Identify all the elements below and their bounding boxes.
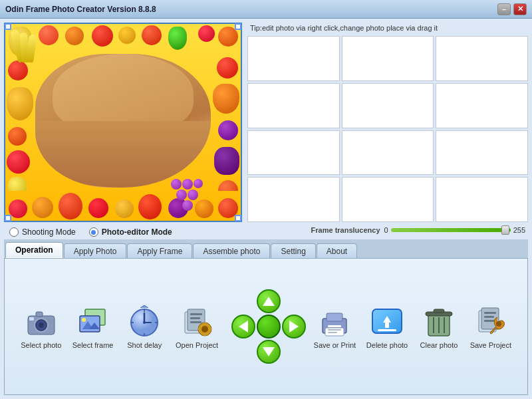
grape-decoration <box>168 179 207 215</box>
save-project-label: Save Project <box>470 341 511 349</box>
grid-cell-7[interactable] <box>247 130 340 176</box>
title-bar: Odin Frame Photo Creator Version 8.8.8 –… <box>0 0 532 19</box>
shot-delay-item[interactable]: Shot delay <box>121 301 168 352</box>
arrow-left-button[interactable] <box>231 315 255 338</box>
save-print-label: Save or Print <box>314 341 356 349</box>
arrow-right-icon <box>289 321 299 332</box>
translucency-slider[interactable] <box>391 228 511 232</box>
arrow-empty-2 <box>282 289 306 313</box>
svg-rect-4 <box>36 312 43 317</box>
top-section: Shooting Mode Photo-editor Mode Tip:edit… <box>4 23 528 235</box>
fruit-frame <box>5 24 241 221</box>
svg-rect-28 <box>198 328 201 331</box>
shot-delay-icon <box>127 304 162 338</box>
grid-cell-4[interactable] <box>247 83 340 128</box>
save-print-item[interactable]: Save or Print <box>311 301 359 352</box>
slider-min: 0 <box>384 226 388 234</box>
svg-point-14 <box>143 321 146 324</box>
svg-rect-5 <box>29 317 34 321</box>
grid-cell-10[interactable] <box>247 177 340 222</box>
svg-rect-48 <box>484 312 496 314</box>
arrow-right-button[interactable] <box>282 315 306 338</box>
svg-point-51 <box>496 321 501 327</box>
handle-tl[interactable] <box>5 23 11 30</box>
translucency-row: Frame translucency 0 255 <box>247 225 528 235</box>
slider-max: 255 <box>513 226 525 234</box>
select-frame-label: Select frame <box>72 341 114 349</box>
photo-canvas[interactable] <box>4 23 242 222</box>
grid-cell-8[interactable] <box>342 130 434 176</box>
svg-rect-21 <box>190 313 202 315</box>
arrow-empty-3 <box>231 340 255 364</box>
main-container: Shooting Mode Photo-editor Mode Tip:edit… <box>0 19 532 399</box>
save-print-icon <box>317 304 352 338</box>
svg-rect-27 <box>203 333 206 336</box>
banana-decoration <box>11 29 37 66</box>
face-area <box>35 54 211 188</box>
delete-photo-icon <box>370 304 404 338</box>
open-project-label: Open Project <box>176 341 218 349</box>
window-controls: – ✕ <box>497 3 527 15</box>
svg-rect-34 <box>328 332 337 333</box>
arrow-up-icon <box>263 297 275 306</box>
tab-apply-photo[interactable]: Apply Photo <box>64 243 127 258</box>
select-photo-item[interactable]: Select photo <box>18 301 65 352</box>
shooting-mode-option[interactable]: Shooting Mode <box>9 227 76 237</box>
tabs-row: Operation Apply Photo Apply Frame Assemb… <box>4 239 528 258</box>
translucency-slider-container: 0 255 <box>384 226 525 234</box>
grid-cell-5[interactable] <box>342 83 434 128</box>
shooting-mode-label: Shooting Mode <box>22 227 76 237</box>
grid-cell-6[interactable] <box>436 83 528 128</box>
operation-panel: Select photo Select frame <box>4 258 528 395</box>
tab-operation[interactable]: Operation <box>5 242 63 258</box>
grid-cell-1[interactable] <box>247 36 340 81</box>
arrow-down-button[interactable] <box>257 340 281 364</box>
svg-rect-23 <box>190 321 201 323</box>
close-button[interactable]: ✕ <box>513 3 527 15</box>
tab-setting[interactable]: Setting <box>271 243 315 258</box>
slider-thumb[interactable] <box>501 225 509 235</box>
handle-br[interactable] <box>235 215 241 221</box>
shot-delay-label: Shot delay <box>127 341 162 349</box>
svg-rect-49 <box>484 316 494 318</box>
grid-cell-2[interactable] <box>342 36 434 81</box>
grid-cell-3[interactable] <box>436 36 528 81</box>
nav-arrows <box>231 289 306 364</box>
select-photo-label: Select photo <box>21 341 61 349</box>
arrow-down-icon <box>263 347 275 356</box>
tab-assemble-photo[interactable]: Assemble photo <box>193 243 270 258</box>
open-project-item[interactable]: Open Project <box>173 301 221 352</box>
arrow-center-button[interactable] <box>257 315 281 338</box>
handle-bl[interactable] <box>5 215 11 221</box>
clear-photo-item[interactable]: Clear photo <box>416 301 462 352</box>
minimize-button[interactable]: – <box>497 3 511 15</box>
select-frame-icon <box>76 304 110 338</box>
shooting-mode-radio[interactable] <box>9 227 19 237</box>
handle-tr[interactable] <box>235 23 241 30</box>
svg-point-3 <box>39 323 44 328</box>
right-panel: Tip:edit photo via right click,change ph… <box>247 23 528 235</box>
grid-cell-11[interactable] <box>342 177 434 222</box>
photo-editor-mode-radio[interactable] <box>89 227 98 237</box>
arrow-up-button[interactable] <box>257 289 281 313</box>
svg-rect-26 <box>203 323 206 325</box>
svg-rect-50 <box>484 320 495 322</box>
tip-text: Tip:edit photo via right click,change ph… <box>247 23 528 33</box>
svg-rect-39 <box>378 329 396 331</box>
tab-about[interactable]: About <box>317 243 357 258</box>
save-project-item[interactable]: Save Project <box>467 301 514 352</box>
select-frame-item[interactable]: Select frame <box>70 301 116 352</box>
grid-cell-12[interactable] <box>436 177 528 222</box>
delete-photo-item[interactable]: Delete photo <box>364 301 410 352</box>
svg-rect-33 <box>328 329 341 331</box>
svg-rect-42 <box>434 309 444 313</box>
open-project-icon <box>180 304 214 338</box>
mode-selector: Shooting Mode Photo-editor Mode <box>4 225 242 239</box>
app-title: Odin Frame Photo Creator Version 8.8.8 <box>5 5 156 14</box>
photo-grid <box>247 36 528 222</box>
arrow-empty-1 <box>231 289 255 313</box>
photo-editor-mode-option[interactable]: Photo-editor Mode <box>89 227 172 237</box>
clear-photo-label: Clear photo <box>420 341 458 349</box>
grid-cell-9[interactable] <box>436 130 528 176</box>
tab-apply-frame[interactable]: Apply Frame <box>127 243 192 258</box>
